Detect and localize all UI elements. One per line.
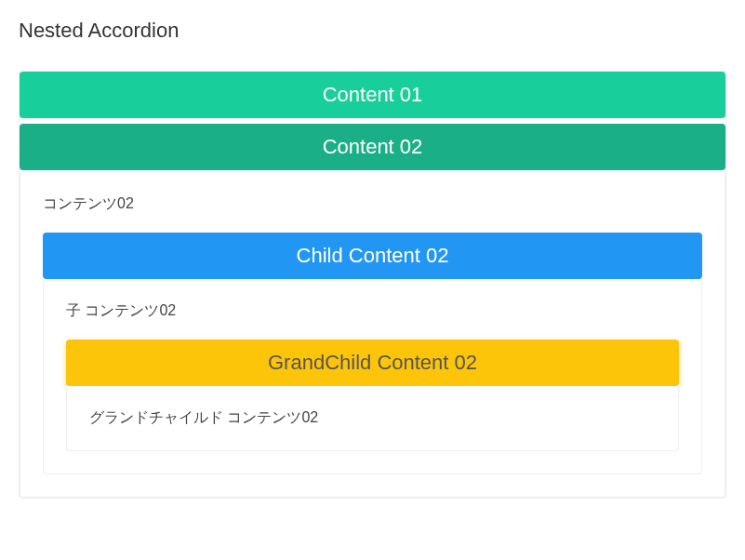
accordion-panel-child-02: 子 コンテンツ02 GrandChild Content 02 グランドチャイル… (43, 279, 702, 474)
panel-text-level2: 子 コンテンツ02 (66, 301, 679, 321)
accordion-panel-grandchild-02: グランドチャイルド コンテンツ02 (66, 386, 679, 451)
accordion-header-content-01[interactable]: Content 01 (20, 72, 725, 118)
accordion-panel-content-02: コンテンツ02 Child Content 02 子 コンテンツ02 Grand… (20, 172, 725, 498)
accordion-header-child-content-02[interactable]: Child Content 02 (43, 233, 702, 279)
spacer (20, 120, 725, 122)
accordion-header-grandchild-content-02[interactable]: GrandChild Content 02 (66, 340, 679, 386)
accordion-header-content-02[interactable]: Content 02 (20, 124, 725, 170)
page-title: Nested Accordion (19, 19, 726, 43)
accordion-root: Content 01 Content 02 コンテンツ02 Child Cont… (19, 71, 726, 499)
panel-text-level3: グランドチャイルド コンテンツ02 (89, 409, 318, 425)
panel-text-level1: コンテンツ02 (43, 194, 702, 214)
